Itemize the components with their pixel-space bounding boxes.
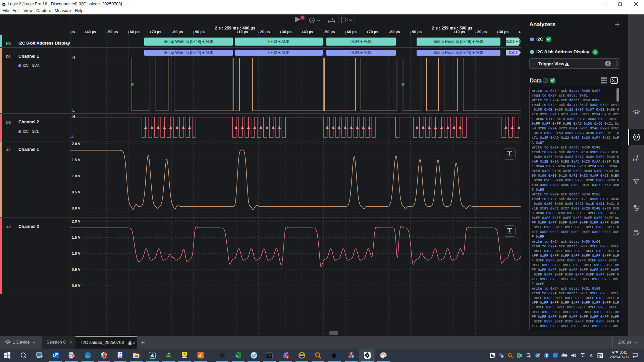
svg-text:?: ? [544,79,546,82]
svg-text:1F: 1F [635,136,639,139]
svg-text:F: F [349,356,351,358]
svg-text:A: A [589,353,593,358]
svg-text:CFG: CFG [300,355,304,356]
svg-text:C: C [352,356,354,358]
svg-text:3: 3 [331,17,333,20]
svg-text:1F: 1F [311,19,314,22]
svg-text:T: T [183,353,185,356]
svg-text:1: 1 [287,355,288,358]
svg-text:X: X [236,354,238,357]
svg-text:승: 승 [105,356,107,358]
svg-text:C:\>_: C:\>_ [267,354,272,357]
svg-text:И: И [351,353,352,355]
svg-text:3: 3 [636,155,638,159]
